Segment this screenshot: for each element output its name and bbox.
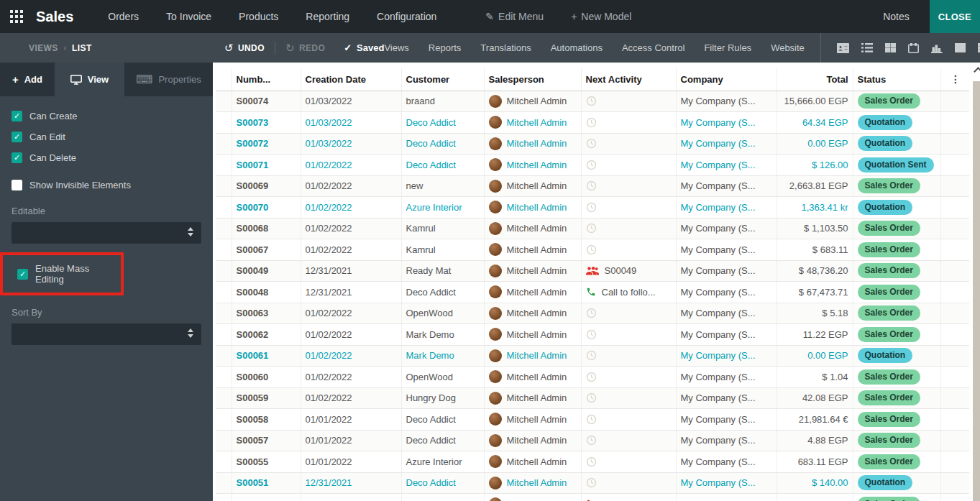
clock-activity-icon[interactable] [586, 456, 597, 467]
menu-orders[interactable]: Orders [108, 11, 139, 22]
chevron-updown-icon [188, 227, 193, 236]
checkbox-label: Show Invisible Elements [29, 180, 131, 190]
clock-activity-icon[interactable] [586, 414, 597, 425]
phone-activity-icon[interactable] [586, 287, 596, 297]
notes-button[interactable]: Notes [883, 11, 910, 22]
status-badge: Sales Order [858, 263, 920, 278]
tab-views[interactable]: Views [384, 42, 408, 53]
graph-view-icon[interactable] [931, 43, 943, 53]
column-header-creation-date[interactable]: Creation Date [301, 68, 401, 91]
clock-activity-icon[interactable] [586, 138, 597, 149]
clock-activity-icon[interactable] [586, 350, 597, 361]
table-row[interactable]: S0006001/02/2022OpenWoodMitchell AdminMy… [216, 367, 969, 388]
table-row[interactable]: S0004812/31/2021Deco AddictMitchell Admi… [216, 282, 969, 303]
sidebar-tab-view[interactable]: View [55, 63, 124, 96]
clock-activity-icon[interactable] [586, 372, 597, 382]
next-activity-cell [581, 155, 676, 176]
table-row[interactable]: S0007001/02/2022Azure InteriorMitchell A… [216, 197, 969, 219]
edit-menu-button[interactable]: ✎Edit Menu [485, 11, 544, 22]
order-number: S00047 [232, 494, 301, 501]
tab-reports[interactable]: Reports [429, 42, 462, 53]
breadcrumb-views[interactable]: VIEWS [29, 43, 58, 53]
table-row[interactable]: S0005112/31/2021Deco AddictMitchell Admi… [216, 472, 969, 494]
menu-configuration[interactable]: Configuration [377, 11, 436, 22]
checkbox-can-create[interactable]: ✓Can Create [12, 111, 201, 121]
new-model-button[interactable]: +New Model [571, 11, 631, 22]
checkbox-show-invisible-elements[interactable]: Show Invisible Elements [12, 180, 201, 190]
column-header-customer[interactable]: Customer [401, 68, 484, 91]
column-header-next-activity[interactable]: Next Activity [581, 68, 676, 91]
clock-activity-icon[interactable] [586, 202, 597, 213]
column-header-status[interactable]: Status [853, 68, 940, 91]
table-row[interactable]: S0005901/02/2022Hungry DogMitchell Admin… [216, 387, 969, 409]
editable-select[interactable] [12, 222, 201, 244]
column-header-company[interactable]: Company [676, 68, 777, 91]
sidebar-tab-add[interactable]: + Add [0, 63, 55, 96]
clock-activity-icon[interactable] [586, 308, 597, 318]
redo-button[interactable]: ↻REDO [285, 42, 325, 55]
clock-activity-icon[interactable] [586, 180, 597, 191]
scrollbar-thumb[interactable] [973, 81, 980, 501]
table-row[interactable]: S0005701/01/2022Deco AddictMitchell Admi… [216, 430, 969, 451]
apps-grid-icon[interactable] [10, 10, 23, 23]
divider [275, 42, 275, 55]
clock-activity-icon[interactable] [586, 392, 597, 403]
people-activity-icon[interactable] [586, 266, 599, 275]
menu-products[interactable]: Products [239, 11, 278, 22]
table-row[interactable]: S0006701/02/2022KamrulMitchell AdminMy C… [216, 239, 969, 261]
form-view-icon[interactable] [837, 43, 849, 53]
sidebar-tab-properties[interactable]: ⌨ Properties [124, 63, 213, 96]
table-row[interactable]: S0005801/01/2022Deco AddictMitchell Admi… [216, 409, 969, 431]
table-row[interactable]: S0007401/03/2022braandMitchell AdminMy C… [216, 91, 969, 112]
pivot-view-icon[interactable] [955, 43, 966, 52]
clock-activity-icon[interactable] [586, 223, 597, 234]
tab-automations[interactable]: Automations [551, 42, 603, 53]
vertical-scrollbar[interactable] [973, 65, 980, 501]
tab-website[interactable]: Website [771, 42, 805, 53]
table-row[interactable]: S0006101/02/2022Mark DemoMitchell AdminM… [216, 345, 969, 367]
list-view-icon[interactable] [861, 43, 873, 52]
row-select-cell [216, 282, 232, 303]
column-header-number[interactable]: Numb... [232, 68, 301, 91]
total-amount: 1,363.41 kr [777, 197, 853, 219]
optional-columns-icon[interactable]: ⋮ [940, 68, 969, 91]
checkbox-can-delete[interactable]: ✓Can Delete [12, 152, 201, 163]
total-amount: 42.08 EGP [777, 387, 853, 409]
tab-access-control[interactable]: Access Control [622, 42, 684, 53]
column-header-total[interactable]: Total [777, 68, 853, 91]
calendar-view-icon[interactable] [908, 43, 919, 53]
table-row[interactable]: S0007201/03/2022Deco AddictMitchell Admi… [216, 133, 969, 155]
clock-activity-icon[interactable] [586, 96, 597, 106]
table-row[interactable]: S0004709/22/2021YourCompany, J...Mitchel… [216, 494, 969, 501]
undo-button[interactable]: ↺UNDO [224, 42, 265, 55]
tab-translations[interactable]: Translations [480, 42, 531, 53]
scroll-up-icon[interactable] [974, 67, 980, 76]
table-row[interactable]: S0006301/02/2022OpenWoodMitchell AdminMy… [216, 303, 969, 324]
clock-activity-icon[interactable] [586, 244, 597, 255]
table-row[interactable]: S0007101/02/2022Deco AddictMitchell Admi… [216, 155, 969, 176]
checkbox-can-edit[interactable]: ✓Can Edit [12, 132, 201, 142]
menu-to-invoice[interactable]: To Invoice [166, 11, 211, 22]
clock-activity-icon[interactable] [586, 435, 597, 446]
table-row[interactable]: S0004912/31/2021Ready MatMitchell AdminS… [216, 260, 969, 282]
row-select-cell [216, 345, 232, 367]
checkbox-enable-mass-editing[interactable]: ✓ Enable Mass Editing [17, 263, 116, 285]
clock-activity-icon[interactable] [586, 117, 597, 128]
table-row[interactable]: S0006201/02/2022Mark DemoMitchell AdminM… [216, 324, 969, 346]
clock-activity-icon[interactable] [586, 477, 597, 488]
column-header-salesperson[interactable]: Salesperson [484, 68, 581, 91]
clock-activity-icon[interactable] [586, 160, 597, 170]
status-cell: Quotation [853, 133, 940, 155]
customer: Mark Demo [401, 345, 484, 367]
sort-by-select[interactable] [12, 323, 201, 345]
clock-activity-icon[interactable] [586, 329, 597, 340]
tab-filter-rules[interactable]: Filter Rules [704, 42, 751, 53]
menu-reporting[interactable]: Reporting [306, 11, 349, 22]
table-row[interactable]: S0006901/02/2022newMitchell AdminMy Comp… [216, 175, 969, 197]
table-row[interactable]: S0007301/03/2022Deco AddictMitchell Admi… [216, 112, 969, 134]
table-row[interactable]: S0005501/01/2022Azure InteriorMitchell A… [216, 451, 969, 473]
kanban-view-icon[interactable] [885, 43, 896, 52]
close-studio-button[interactable]: CLOSE [930, 0, 980, 33]
table-row[interactable]: S0006801/02/2022KamrulMitchell AdminMy C… [216, 218, 969, 239]
app-title[interactable]: Sales [36, 9, 73, 25]
